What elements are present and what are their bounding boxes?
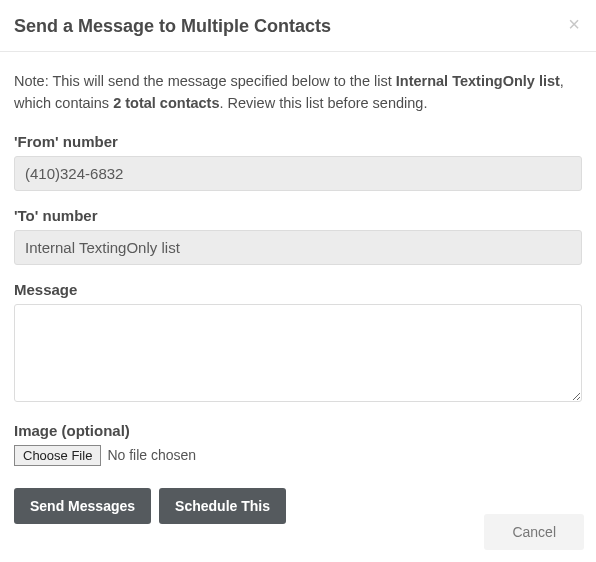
message-label: Message <box>14 281 582 298</box>
dialog-body: Note: This will send the message specifi… <box>0 52 596 538</box>
send-message-dialog: Send a Message to Multiple Contacts × No… <box>0 0 596 538</box>
note-suffix: . Review this list before sending. <box>220 95 428 111</box>
image-field-group: Image (optional) Choose File No file cho… <box>14 422 582 466</box>
note-text: Note: This will send the message specifi… <box>14 70 582 115</box>
file-row: Choose File No file chosen <box>14 445 582 466</box>
from-field-group: 'From' number <box>14 133 582 191</box>
send-messages-button[interactable]: Send Messages <box>14 488 151 524</box>
file-status: No file chosen <box>107 447 196 463</box>
to-field-group: 'To' number <box>14 207 582 265</box>
cancel-button[interactable]: Cancel <box>484 514 584 550</box>
choose-file-button[interactable]: Choose File <box>14 445 101 466</box>
note-list-name: Internal TextingOnly list <box>396 73 560 89</box>
message-textarea[interactable] <box>14 304 582 402</box>
dialog-title: Send a Message to Multiple Contacts <box>14 16 582 37</box>
from-input <box>14 156 582 191</box>
message-field-group: Message <box>14 281 582 406</box>
to-input <box>14 230 582 265</box>
note-prefix: Note: This will send the message specifi… <box>14 73 396 89</box>
to-label: 'To' number <box>14 207 582 224</box>
from-label: 'From' number <box>14 133 582 150</box>
note-contact-count: 2 total contacts <box>113 95 219 111</box>
dialog-header: Send a Message to Multiple Contacts × <box>0 0 596 52</box>
schedule-this-button[interactable]: Schedule This <box>159 488 286 524</box>
close-icon[interactable]: × <box>568 14 580 34</box>
image-label: Image (optional) <box>14 422 582 439</box>
